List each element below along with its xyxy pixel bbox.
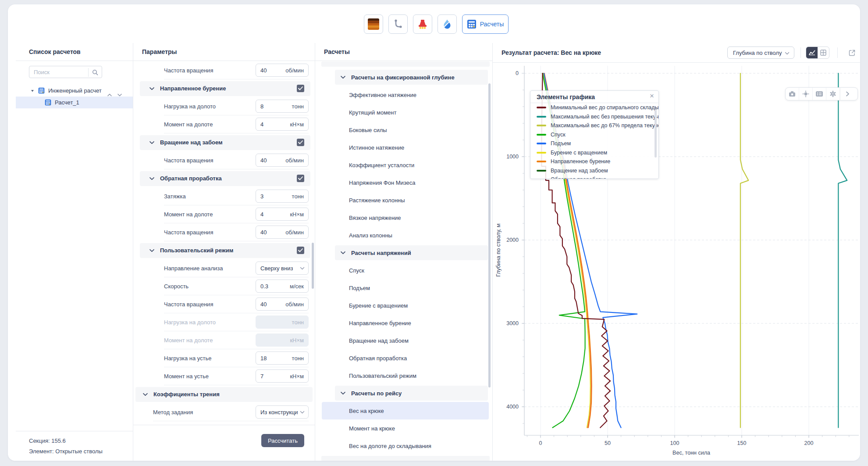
chevron-down-icon — [149, 87, 154, 90]
param-field-row: Скоростьм/сек — [133, 277, 315, 295]
calc-list-item[interactable]: Обратная проработка — [315, 349, 492, 367]
tree-node-calc-1[interactable]: Расчет_1 — [16, 97, 133, 108]
legend-entry[interactable]: Минимальный вес до спирального складыван… — [530, 103, 658, 112]
calculate-button[interactable]: Рассчитать — [261, 434, 304, 447]
calc-list-item[interactable]: Эффективное натяжение — [315, 86, 492, 104]
calc-list-item[interactable]: Крутящий момент — [315, 104, 492, 121]
calc-list-item[interactable]: Вес на крюке — [322, 402, 489, 419]
param-input[interactable] — [256, 280, 287, 292]
param-input[interactable] — [256, 208, 287, 220]
tab-strata[interactable] — [364, 14, 383, 34]
calc-list-item[interactable]: Растяжение колонны — [315, 191, 492, 209]
open-external-button[interactable] — [847, 47, 857, 58]
tab-trajectory[interactable] — [388, 14, 408, 34]
param-section-label: Коэффициенты трения — [153, 391, 220, 398]
legend-entry[interactable]: Максимальный вес до 67% предела текучест… — [530, 121, 658, 130]
param-label: Момент на долоте — [164, 121, 213, 128]
parameters-scrollbar[interactable] — [312, 243, 314, 289]
tree-node-engineering-calc[interactable]: Инженерный расчет — [16, 85, 133, 97]
param-input[interactable] — [256, 100, 287, 112]
calc-section-header[interactable]: Расчеты напряжений — [335, 245, 488, 260]
legend-entry[interactable]: Обратная проработка — [530, 175, 658, 179]
table-view-button[interactable] — [818, 47, 829, 58]
param-section-header[interactable]: Вращение над забоем — [140, 135, 310, 150]
legend-entry-label: Минимальный вес до спирального складыван… — [551, 104, 659, 111]
calc-list-item[interactable]: Подъем — [315, 279, 492, 297]
tree-expand-caret-icon[interactable] — [31, 89, 34, 93]
calc-list-item[interactable]: Вязкое напряжение — [315, 209, 492, 226]
settings-gear-icon[interactable] — [826, 88, 840, 100]
param-input[interactable] — [256, 190, 287, 202]
legend-entry[interactable]: Направленное бурение — [530, 157, 658, 166]
param-input[interactable] — [256, 64, 287, 76]
calc-item-label: Вращение над забоем — [349, 337, 409, 344]
legend-entry-label: Подъем — [551, 140, 571, 147]
calc-list-item[interactable]: Коэффициент усталости — [315, 156, 492, 174]
trajectory-icon — [392, 18, 404, 30]
tab-calculations[interactable]: Расчеты — [462, 14, 509, 34]
param-unit: кН×м — [290, 373, 304, 380]
calc-list-item[interactable]: Пользовательский режим — [315, 367, 492, 384]
param-unit: об/мин — [285, 229, 304, 236]
autoscale-target-icon[interactable] — [799, 88, 813, 100]
param-section-header[interactable]: Коэффициенты трения — [135, 387, 313, 402]
param-section-checkbox[interactable] — [297, 85, 304, 92]
legend-entry[interactable]: Подъем — [530, 139, 658, 148]
param-input[interactable] — [256, 118, 287, 130]
param-input[interactable] — [256, 226, 287, 238]
param-unit: кН×м — [290, 211, 304, 218]
calculations-panel-title: Расчеты — [315, 43, 492, 61]
legend-close-icon[interactable]: × — [650, 92, 654, 100]
tab-rig[interactable] — [413, 14, 432, 34]
toolbar-expand-chevron-icon[interactable] — [840, 88, 854, 100]
depth-axis-select[interactable]: Глубина по стволу — [727, 47, 794, 59]
legend-entry[interactable]: Спуск — [530, 130, 658, 140]
chart-view-button[interactable] — [806, 47, 818, 58]
param-select-row: Направление анализаСверху вниз — [133, 259, 315, 277]
legend-scrollbar[interactable] — [655, 109, 657, 158]
param-input[interactable] — [256, 352, 287, 364]
param-input[interactable] — [256, 154, 287, 166]
param-section-checkbox[interactable] — [297, 175, 304, 182]
param-section-header[interactable]: Пользовательский режим — [140, 243, 310, 258]
calc-list-item[interactable]: Направленное бурение — [315, 314, 492, 332]
calc-list-item[interactable]: Спуск — [315, 262, 492, 279]
param-label: Нагрузка на устье — [164, 355, 212, 362]
calculations-scrollbar[interactable] — [488, 83, 491, 387]
calc-section-label: Расчеты на фиксированной глубине — [351, 74, 455, 81]
parameters-rows: Частота вращенияоб/минНаправленное бурен… — [133, 61, 315, 421]
param-section-header[interactable]: Направленное бурение — [140, 81, 310, 96]
calc-list-panel-title: Список расчетов — [16, 43, 133, 61]
legend-toggle-icon[interactable] — [813, 88, 826, 100]
calc-list-item[interactable]: Боковые силы — [315, 121, 492, 139]
calc-list-item[interactable]: Момент на крюке — [315, 419, 492, 437]
param-input[interactable] — [256, 298, 287, 310]
param-section-checkbox[interactable] — [297, 139, 304, 146]
calc-list-item[interactable]: Бурение с вращением — [315, 297, 492, 314]
calc-list-item[interactable]: Вес на долоте до складывания — [315, 437, 492, 455]
legend-entry[interactable]: Бурение с вращением — [530, 148, 658, 158]
param-label: Момент на долоте — [164, 337, 213, 344]
param-select[interactable]: Сверху вниз — [256, 262, 309, 275]
param-section-header[interactable]: Обратная проработка — [140, 171, 310, 186]
param-select[interactable]: Из конструкци — [256, 405, 309, 419]
tab-fluids[interactable] — [438, 14, 457, 34]
legend-entry[interactable]: Максимальный вес без превышения текучест… — [530, 112, 658, 122]
calc-section-header[interactable]: Расчеты на фиксированной глубине — [335, 70, 488, 85]
legend-color-dash — [537, 170, 546, 172]
param-select-value: Из конструкци — [260, 409, 298, 416]
calc-list-item[interactable]: Напряжения Фон Мизеса — [315, 174, 492, 191]
legend-entry[interactable]: Вращение над забоем — [530, 166, 658, 176]
search-icon[interactable] — [92, 69, 98, 77]
param-input[interactable] — [256, 370, 287, 382]
app-root: Расчеты Список расчетов — [0, 0, 868, 466]
param-section-checkbox[interactable] — [297, 247, 304, 254]
calc-section-header[interactable]: Расчеты по рейсу — [335, 386, 488, 401]
chart-legend[interactable]: Элементы графика × Минимальный вес до сп… — [530, 90, 659, 179]
calc-section-row: Расчеты на фиксированной глубине — [315, 68, 492, 86]
calc-list-item[interactable]: Вращение над забоем — [315, 332, 492, 349]
calc-list-item[interactable]: Истинное натяжение — [315, 139, 492, 156]
calc-list-item[interactable]: Анализ колонны — [315, 226, 492, 244]
search-input[interactable] — [29, 66, 91, 78]
snapshot-camera-icon[interactable] — [786, 88, 799, 100]
